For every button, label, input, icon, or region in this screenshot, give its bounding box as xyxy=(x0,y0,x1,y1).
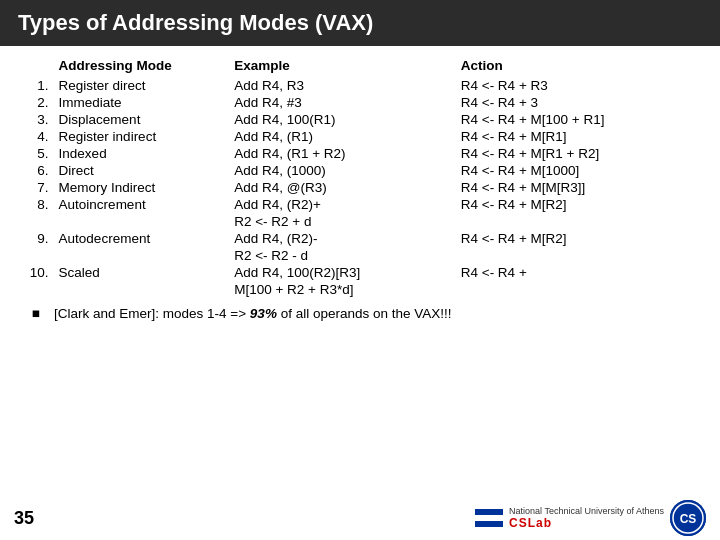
row-action: R4 <- R4 + R3 xyxy=(453,77,702,94)
row-example: Add R4, #3 xyxy=(226,94,453,111)
row-action: R4 <- R4 + M[R1 + R2] xyxy=(453,145,702,162)
row-mode: Scaled xyxy=(51,264,227,281)
svg-rect-0 xyxy=(475,509,503,515)
row-mode: Indexed xyxy=(51,145,227,162)
row-num: 1. xyxy=(18,77,51,94)
row-mode xyxy=(51,247,227,264)
row-mode: Autoincrement xyxy=(51,196,227,213)
table-row: 10.ScaledAdd R4, 100(R2)[R3]R4 <- R4 + xyxy=(18,264,702,281)
row-num: 7. xyxy=(18,179,51,196)
row-action: R4 <- R4 + M[M[R3]] xyxy=(453,179,702,196)
row-mode: Autodecrement xyxy=(51,230,227,247)
row-example: Add R4, R3 xyxy=(226,77,453,94)
row-mode: Immediate xyxy=(51,94,227,111)
row-mode: Direct xyxy=(51,162,227,179)
row-num: 3. xyxy=(18,111,51,128)
row-action xyxy=(453,247,702,264)
logo-circle: CS xyxy=(670,500,706,536)
row-mode: Register direct xyxy=(51,77,227,94)
row-num: 8. xyxy=(18,196,51,213)
table-row: 1.Register directAdd R4, R3R4 <- R4 + R3 xyxy=(18,77,702,94)
row-num: 2. xyxy=(18,94,51,111)
row-action: R4 <- R4 + xyxy=(453,264,702,281)
note-text: [Clark and Emer]: modes 1-4 => xyxy=(54,306,246,321)
row-mode: Displacement xyxy=(51,111,227,128)
table-row: 7.Memory IndirectAdd R4, @(R3)R4 <- R4 +… xyxy=(18,179,702,196)
row-action: R4 <- R4 + 3 xyxy=(453,94,702,111)
row-example: R2 <- R2 + d xyxy=(226,213,453,230)
col-action: Action xyxy=(453,56,702,77)
row-example: Add R4, (R1) xyxy=(226,128,453,145)
row-action xyxy=(453,213,702,230)
svg-text:CS: CS xyxy=(680,512,697,526)
table-row: 3.DisplacementAdd R4, 100(R1)R4 <- R4 + … xyxy=(18,111,702,128)
col-example: Example xyxy=(226,56,453,77)
row-mode xyxy=(51,281,227,298)
svg-rect-2 xyxy=(475,521,503,527)
flag-icon xyxy=(475,509,503,527)
row-num: 9. xyxy=(18,230,51,247)
row-num: 5. xyxy=(18,145,51,162)
table-row: R2 <- R2 - d xyxy=(18,247,702,264)
row-mode: Register indirect xyxy=(51,128,227,145)
row-action xyxy=(453,281,702,298)
table-row: 8.AutoincrementAdd R4, (R2)+R4 <- R4 + M… xyxy=(18,196,702,213)
row-example: Add R4, (R2)+ xyxy=(226,196,453,213)
col-num xyxy=(18,56,51,77)
row-action: R4 <- R4 + M[100 + R1] xyxy=(453,111,702,128)
row-mode: Memory Indirect xyxy=(51,179,227,196)
page-title: Types of Addressing Modes (VAX) xyxy=(18,10,373,35)
col-mode: Addressing Mode xyxy=(51,56,227,77)
table-row: 2.ImmediateAdd R4, #3R4 <- R4 + 3 xyxy=(18,94,702,111)
table-row: R2 <- R2 + d xyxy=(18,213,702,230)
row-num: 6. xyxy=(18,162,51,179)
row-num xyxy=(18,213,51,230)
row-example: Add R4, @(R3) xyxy=(226,179,453,196)
row-action: R4 <- R4 + M[R2] xyxy=(453,230,702,247)
table-row: 6.DirectAdd R4, (1000)R4 <- R4 + M[1000] xyxy=(18,162,702,179)
org-line1: National Technical University of Athens xyxy=(509,506,664,516)
page-number: 35 xyxy=(14,508,34,529)
note-row: ■ [Clark and Emer]: modes 1-4 => 93% of … xyxy=(18,302,702,321)
row-num: 10. xyxy=(18,264,51,281)
note-bold: 93% xyxy=(250,306,277,321)
row-example: Add R4, (R1 + R2) xyxy=(226,145,453,162)
logo-area: National Technical University of Athens … xyxy=(475,500,706,536)
org-text: National Technical University of Athens … xyxy=(509,506,664,530)
row-num xyxy=(18,281,51,298)
row-action: R4 <- R4 + M[R2] xyxy=(453,196,702,213)
svg-rect-1 xyxy=(475,515,503,521)
table-row: M[100 + R2 + R3*d] xyxy=(18,281,702,298)
note-suffix: of all operands on the VAX!!! xyxy=(281,306,452,321)
title-bar: Types of Addressing Modes (VAX) xyxy=(0,0,720,46)
table-row: 5.IndexedAdd R4, (R1 + R2)R4 <- R4 + M[R… xyxy=(18,145,702,162)
table-row: 4.Register indirectAdd R4, (R1)R4 <- R4 … xyxy=(18,128,702,145)
row-num xyxy=(18,247,51,264)
row-example: Add R4, 100(R2)[R3] xyxy=(226,264,453,281)
row-example: M[100 + R2 + R3*d] xyxy=(226,281,453,298)
row-example: Add R4, 100(R1) xyxy=(226,111,453,128)
footer: 35 National Technical University of Athe… xyxy=(0,496,720,540)
row-example: R2 <- R2 - d xyxy=(226,247,453,264)
row-action: R4 <- R4 + M[R1] xyxy=(453,128,702,145)
table-row: 9.AutodecrementAdd R4, (R2)-R4 <- R4 + M… xyxy=(18,230,702,247)
row-example: Add R4, (R2)- xyxy=(226,230,453,247)
bullet-icon: ■ xyxy=(18,302,46,321)
org-line2: CSLab xyxy=(509,516,664,530)
row-example: Add R4, (1000) xyxy=(226,162,453,179)
row-action: R4 <- R4 + M[1000] xyxy=(453,162,702,179)
row-mode xyxy=(51,213,227,230)
row-num: 4. xyxy=(18,128,51,145)
